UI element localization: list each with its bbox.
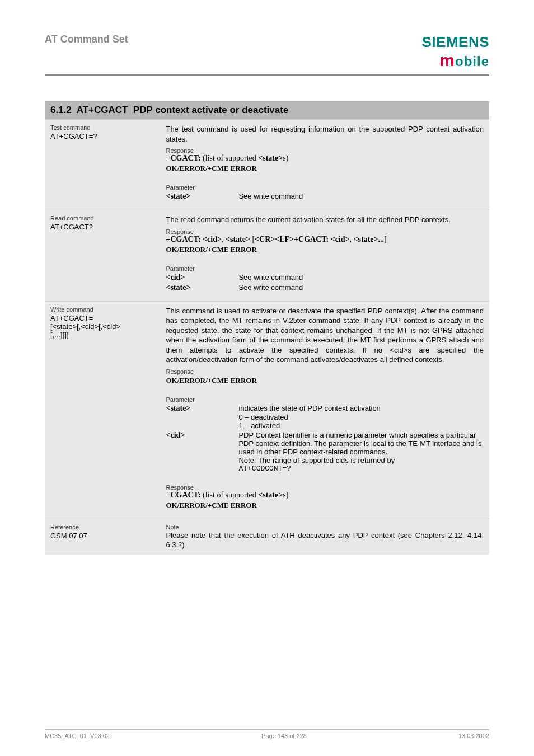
write-cid-desc: PDP Context Identifier is a numeric para…: [238, 431, 484, 456]
footer-left: MC35_ATC_01_V03.02: [45, 732, 110, 739]
logo-siemens: SIEMENS: [421, 34, 489, 51]
write-resp-label: Response: [166, 368, 484, 375]
test-cmd: AT+CGACT=?: [50, 132, 154, 140]
logo: SIEMENS mobile: [421, 34, 489, 70]
read-body: The read command returns the current act…: [166, 215, 484, 225]
write-body: This command is used to activate or deac…: [166, 306, 484, 365]
ref-nlabel: Note: [166, 524, 484, 530]
section-desc: PDP context activate or deactivate: [133, 105, 288, 115]
section-number: 6.1.2: [50, 105, 72, 115]
write-param-state: <state> indicates the state of PDP conte…: [166, 404, 484, 413]
test-ok: OK/ERROR/+CME ERROR: [166, 164, 484, 173]
read-ok: OK/ERROR/+CME ERROR: [166, 245, 484, 254]
write-left: Write command AT+CGACT= [<state>[,<cid>[…: [45, 301, 160, 519]
read-resp-line: +CGACT: <cid>, <state> [<CR><LF>+CGACT: …: [166, 235, 484, 244]
write-state-0: 0 – deactivated: [238, 413, 484, 421]
read-right: The read command returns the current act…: [160, 210, 489, 302]
write-label: Write command: [50, 306, 154, 313]
write-state-1a: 1: [238, 421, 242, 430]
header-title: AT Command Set: [45, 34, 128, 45]
test-state-val: See write command: [238, 192, 484, 201]
write-state-desc: indicates the state of PDP context activ…: [238, 404, 484, 413]
test-body: The test command is used for requesting …: [166, 124, 484, 144]
section-cmd: AT+CGACT: [77, 105, 128, 115]
read-resp-label: Response: [166, 228, 484, 235]
read-left: Read command AT+CGACT?: [45, 210, 160, 302]
ref-row: Reference GSM 07.07 Note Please note tha…: [45, 519, 489, 555]
test-param-state: <state> See write command: [166, 192, 484, 201]
write-cid-note: Note: The range of supported cids is ret…: [238, 456, 484, 464]
test-label: Test command: [50, 124, 154, 131]
ref-label: Reference: [50, 524, 154, 530]
read-cid-val: See write command: [238, 273, 484, 282]
read-param-label: Parameter: [166, 265, 484, 272]
footer-right: 13.03.2002: [458, 732, 489, 739]
read-cid-key: <cid>: [166, 273, 238, 282]
write-cmd2: [<state>[,<cid>[,<cid>: [50, 322, 154, 331]
read-param-state: <state> See write command: [166, 283, 484, 292]
header-rule: [45, 74, 489, 76]
write-cid-key: <cid>: [166, 431, 238, 456]
ref-left: Reference GSM 07.07: [45, 519, 160, 555]
test-state-key: <state>: [166, 192, 238, 201]
read-cmd: AT+CGACT?: [50, 223, 154, 231]
write-param-label: Parameter: [166, 396, 484, 403]
write-cmd: AT+CGACT=: [50, 314, 154, 322]
ref-right: Note Please note that the execution of A…: [160, 519, 489, 555]
write-row: Write command AT+CGACT= [<state>[,<cid>[…: [45, 301, 489, 519]
test-param-label: Parameter: [166, 184, 484, 191]
footer-center: Page 143 of 228: [261, 732, 307, 739]
page-footer: MC35_ATC_01_V03.02 Page 143 of 228 13.03…: [45, 729, 489, 739]
command-table: Test command AT+CGACT=? The test command…: [45, 119, 489, 555]
read-state-key: <state>: [166, 283, 238, 292]
write-resp-label2: Response: [166, 484, 484, 491]
read-row: Read command AT+CGACT? The read command …: [45, 210, 489, 302]
test-row: Test command AT+CGACT=? The test command…: [45, 120, 489, 210]
write-ok: OK/ERROR/+CME ERROR: [166, 376, 484, 385]
ref-val: GSM 07.07: [50, 532, 154, 540]
write-state-1: 1 – activated: [238, 421, 484, 430]
write-right: This command is used to activate or deac…: [160, 301, 489, 519]
page-header: AT Command Set SIEMENS mobile: [45, 34, 489, 70]
write-state-1b: – activated: [243, 421, 280, 430]
test-right: The test command is used for requesting …: [160, 120, 489, 210]
read-state-val: See write command: [238, 283, 484, 292]
logo-m: m: [439, 51, 455, 69]
read-param-cid: <cid> See write command: [166, 273, 484, 282]
write-resp-line2: +CGACT: (list of supported <state>s): [166, 491, 484, 500]
write-cid-cmd: AT+CGDCONT=?: [238, 464, 484, 473]
write-cmd3: [,...]]]]: [50, 331, 154, 339]
section-title: 6.1.2 AT+CGACT PDP context activate or d…: [45, 101, 489, 119]
test-resp-line: +CGACT: (list of supported <state>s): [166, 154, 484, 163]
write-ok2: OK/ERROR/+CME ERROR: [166, 501, 484, 510]
logo-mobile: mobile: [421, 51, 489, 70]
test-left: Test command AT+CGACT=?: [45, 120, 160, 210]
write-state-key: <state>: [166, 404, 238, 413]
read-label: Read command: [50, 215, 154, 222]
write-param-cid: <cid> PDP Context Identifier is a numeri…: [166, 431, 484, 456]
logo-mobile-rest: obile: [455, 54, 489, 69]
test-resp-label: Response: [166, 147, 484, 154]
ref-nbody: Please note that the execution of ATH de…: [166, 530, 484, 550]
